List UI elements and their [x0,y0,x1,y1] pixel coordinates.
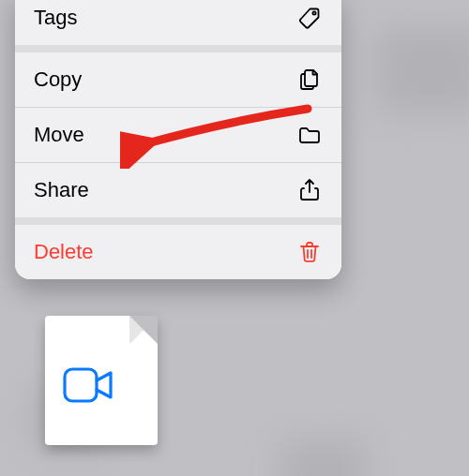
page-fold-icon [129,316,158,344]
menu-item-share[interactable]: Share [15,162,341,217]
svg-point-0 [312,11,315,14]
menu-item-label: Copy [34,67,82,92]
menu-item-move[interactable]: Move [15,107,341,162]
file-preview-tile[interactable] [45,316,158,445]
copy-icon [296,67,323,93]
blur-blob [375,28,469,112]
trash-icon [296,239,323,265]
blur-blob [281,440,366,476]
menu-item-label: Move [34,123,84,147]
menu-item-label: Tags [34,6,77,30]
video-icon [62,364,114,409]
tag-icon [296,5,323,31]
share-icon [296,177,323,203]
folder-icon [296,122,323,148]
menu-item-label: Share [34,178,89,202]
svg-rect-1 [65,369,97,401]
menu-item-copy[interactable]: Copy [15,45,341,107]
context-menu: Tags Copy Move Share [15,0,341,279]
menu-item-delete[interactable]: Delete [15,217,341,279]
menu-item-label: Delete [34,240,94,264]
menu-item-tags[interactable]: Tags [15,0,341,45]
